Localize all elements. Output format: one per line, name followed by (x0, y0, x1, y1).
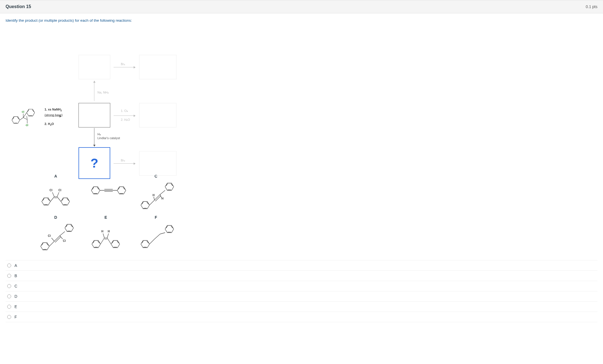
reagent-br2-bottom: Br₂ (121, 158, 125, 162)
svg-line-54 (160, 190, 165, 195)
reaction-diagram: Cl Cl 1. xs NaNH2 (strong base) 2. H2O N… (6, 26, 189, 171)
svg-marker-95 (165, 225, 174, 233)
svg-line-88 (107, 233, 109, 238)
answer-options: A B C D E F (6, 260, 597, 322)
svg-line-67 (49, 241, 54, 246)
answer-option-e[interactable]: E (6, 302, 597, 312)
choice-structure-d: D Cl Cl (39, 215, 72, 252)
radio-icon[interactable] (7, 294, 11, 298)
svg-marker-43 (141, 201, 149, 209)
svg-line-28 (52, 192, 54, 197)
answer-label: D (14, 294, 17, 299)
svg-text:Cl: Cl (63, 239, 66, 242)
arrow-br2-top (114, 67, 135, 67)
answer-label: A (14, 263, 17, 268)
target-product-box: ? (79, 147, 110, 179)
choice-structure-e: E H H (89, 215, 122, 252)
reagent-lindlar: H₂ Lindlar's catalyst (97, 132, 120, 140)
top-left-product-box (79, 55, 110, 79)
arrow-lindlar (94, 128, 94, 146)
answer-option-c[interactable]: C (6, 281, 597, 291)
svg-marker-75 (92, 240, 100, 248)
radio-icon[interactable] (7, 264, 11, 267)
svg-marker-32 (91, 187, 100, 194)
start-cl-label-2: Cl (26, 124, 28, 127)
svg-line-101 (160, 233, 165, 234)
svg-marker-0 (12, 117, 20, 124)
radio-icon[interactable] (7, 305, 11, 309)
choice-structure-c: C H H (139, 174, 173, 211)
bottom-right-product-box (139, 151, 177, 176)
reagent-br2-top: Br₂ (121, 62, 125, 66)
choice-structure-b: B (89, 174, 122, 211)
svg-line-12 (27, 116, 30, 119)
svg-text:Cl: Cl (50, 189, 52, 192)
svg-marker-4 (27, 109, 35, 116)
svg-text:H: H (161, 197, 163, 200)
answer-option-d[interactable]: D (6, 291, 597, 302)
svg-text:H: H (108, 230, 110, 233)
svg-marker-20 (61, 198, 70, 205)
arrow-na-nh3 (94, 81, 94, 103)
reagent-o3-line1: 1. O₃ (121, 109, 128, 113)
svg-line-15 (27, 116, 27, 119)
answer-label: C (14, 284, 17, 288)
question-title: Question 15 (6, 4, 31, 9)
svg-text:Cl: Cl (58, 189, 61, 192)
svg-text:Cl: Cl (48, 234, 51, 237)
svg-line-87 (103, 233, 104, 238)
svg-line-51 (149, 200, 155, 205)
svg-line-27 (57, 197, 61, 201)
question-mark-icon: ? (90, 156, 98, 171)
starting-material-structure: Cl Cl (6, 105, 39, 127)
start-cl-label-1: Cl (22, 110, 24, 113)
answer-label: B (14, 274, 17, 278)
choice-structure-f: F (139, 215, 173, 252)
answer-option-f[interactable]: F (6, 312, 597, 322)
svg-line-13 (23, 117, 27, 119)
choice-structure-a: A Cl Cl (39, 174, 72, 211)
reagent-na-nh3: Na, NH₃ (97, 90, 109, 94)
right-product-box (139, 103, 177, 127)
central-intermediate-box (79, 103, 110, 127)
svg-line-83 (100, 238, 104, 244)
svg-marker-91 (141, 240, 149, 248)
question-points: 0.1 pts (586, 4, 597, 9)
svg-line-57 (154, 197, 155, 200)
radio-icon[interactable] (7, 315, 11, 319)
start-arrow (45, 116, 61, 116)
question-body: Identify the product (or multiple produc… (0, 13, 603, 327)
svg-line-100 (155, 234, 160, 239)
svg-line-70 (60, 232, 65, 236)
svg-line-29 (57, 192, 59, 197)
svg-text:H: H (153, 194, 155, 197)
question-prompt: Identify the product (or multiple produc… (6, 18, 597, 23)
svg-line-24 (50, 197, 54, 201)
svg-line-9 (23, 113, 27, 118)
radio-icon[interactable] (7, 274, 11, 278)
svg-line-86 (107, 238, 111, 244)
svg-marker-47 (165, 183, 174, 190)
answer-label: E (14, 304, 17, 309)
svg-marker-79 (111, 240, 120, 248)
radio-icon[interactable] (7, 284, 11, 288)
answer-choices-structures: A Cl Cl (39, 174, 597, 252)
svg-marker-63 (65, 224, 73, 232)
answer-label: F (14, 315, 17, 319)
svg-marker-16 (42, 198, 50, 205)
answer-option-a[interactable]: A (6, 260, 597, 271)
svg-line-99 (149, 239, 155, 244)
svg-text:H: H (101, 230, 103, 233)
svg-marker-36 (117, 187, 126, 194)
question-header: Question 15 0.1 pts (0, 0, 603, 13)
svg-line-71 (52, 238, 54, 241)
answer-option-b[interactable]: B (6, 271, 597, 281)
arrow-o3 (114, 115, 135, 116)
reagent-o3-line2: 2. H₂O (121, 118, 130, 122)
svg-line-8 (20, 117, 23, 120)
arrow-br2-bottom (114, 163, 135, 164)
top-right-product-box (139, 55, 177, 79)
svg-marker-59 (41, 243, 49, 250)
